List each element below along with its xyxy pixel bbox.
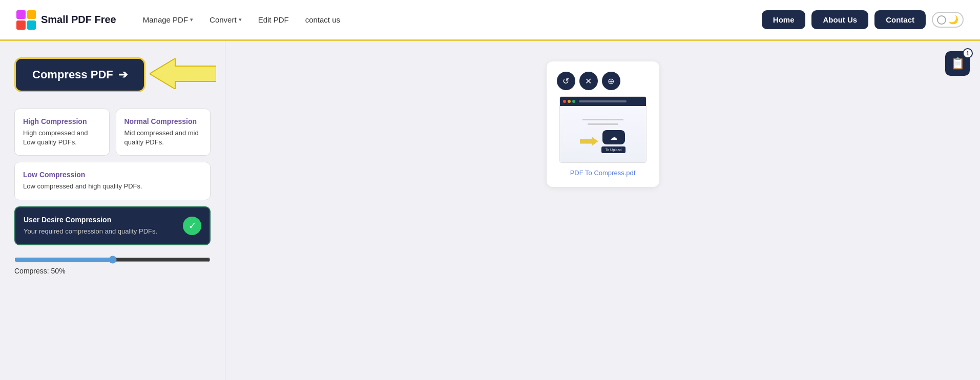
add-button[interactable]: ⊕: [602, 72, 620, 90]
window-dot-red: [563, 100, 566, 103]
pdf-card-actions: ↺ ✕ ⊕: [557, 72, 620, 90]
home-button[interactable]: Home: [762, 10, 806, 29]
arrow-circle-icon: ➔: [118, 68, 128, 81]
main-content: Compress PDF ➔ High Compression High com…: [0, 41, 980, 380]
high-compression-desc: High compressed and Low quality PDFs.: [23, 129, 101, 147]
user-desire-compression-card[interactable]: User Desire Compression Your required co…: [14, 206, 211, 245]
check-circle-icon: ✓: [183, 217, 201, 235]
remove-button[interactable]: ✕: [579, 72, 598, 90]
nav-label-contact-us: contact us: [305, 15, 340, 24]
high-compression-card[interactable]: High Compression High compressed and Low…: [14, 109, 110, 156]
compression-slider-section: Compress: 50%: [14, 256, 211, 275]
toggle-light-icon: [937, 15, 946, 25]
brand-name: Small PDF Free: [41, 14, 116, 26]
logo-cell-1: [16, 10, 26, 19]
normal-compression-card[interactable]: Normal Compression Mid compressed and mi…: [116, 109, 211, 156]
pdf-preview-card: ↺ ✕ ⊕: [547, 61, 659, 187]
compression-slider[interactable]: [14, 256, 211, 264]
chevron-down-icon: ▾: [190, 16, 193, 23]
moon-icon: 🌙: [948, 15, 958, 25]
compression-slider-label: Compress: 50%: [14, 267, 211, 275]
compression-options-grid: High Compression High compressed and Low…: [14, 109, 211, 156]
low-compression-desc: Low compressed and high quality PDFs.: [23, 182, 202, 191]
nav-item-edit-pdf[interactable]: Edit PDF: [252, 11, 295, 28]
thumb-title-bar: [579, 100, 627, 102]
contact-button[interactable]: Contact: [874, 10, 926, 29]
thumb-cloud: ☁: [602, 130, 625, 144]
compress-pdf-button[interactable]: Compress PDF ➔: [14, 57, 145, 92]
window-dot-green: [572, 100, 575, 103]
low-compression-card[interactable]: Low Compression Low compressed and high …: [14, 162, 211, 200]
compress-btn-label: Compress PDF: [32, 68, 113, 81]
thumb-upload-btn: To Upload: [601, 146, 626, 153]
thumb-arrow-icon: [580, 137, 598, 146]
normal-compression-title: Normal Compression: [124, 117, 202, 125]
pdf-thumb-header: [560, 97, 646, 106]
nav-item-contact-us[interactable]: contact us: [299, 11, 346, 28]
logo[interactable]: Small PDF Free: [16, 10, 116, 30]
user-desire-title: User Desire Compression: [24, 216, 157, 224]
nav-item-convert[interactable]: Convert ▾: [203, 11, 248, 28]
nav-label-manage-pdf: Manage PDF: [143, 15, 188, 24]
logo-grid: [16, 10, 36, 30]
nav-label-edit-pdf: Edit PDF: [258, 15, 289, 24]
thumb-line-1: [582, 119, 623, 120]
logo-cell-4: [27, 20, 36, 30]
right-panel: ↺ ✕ ⊕: [225, 41, 980, 380]
pdf-thumb-content: ☁ To Upload: [580, 119, 626, 153]
compress-btn-wrapper: Compress PDF ➔: [14, 57, 211, 92]
notification-badge[interactable]: 📋 1: [945, 51, 970, 76]
chevron-down-icon: ▾: [239, 16, 242, 23]
pdf-thumb-inner: ☁ To Upload: [560, 97, 646, 162]
user-desire-text: User Desire Compression Your required co…: [24, 216, 157, 236]
clipboard-icon[interactable]: 📋 1: [945, 51, 970, 76]
high-compression-title: High Compression: [23, 117, 101, 125]
about-us-button[interactable]: About Us: [811, 10, 868, 29]
navbar: Small PDF Free Manage PDF ▾ Convert ▾ Ed…: [0, 0, 980, 41]
normal-compression-desc: Mid compressed and mid quality PDFs.: [124, 129, 202, 147]
low-compression-title: Low Compression: [23, 171, 202, 179]
nav-item-manage-pdf[interactable]: Manage PDF ▾: [137, 11, 199, 28]
nav-label-convert: Convert: [210, 15, 237, 24]
theme-toggle[interactable]: 🌙: [932, 12, 964, 28]
notification-count: 1: [963, 48, 973, 58]
left-panel: Compress PDF ➔ High Compression High com…: [0, 41, 225, 380]
thumb-line-2: [588, 123, 618, 125]
window-dot-yellow: [568, 100, 571, 103]
svg-marker-0: [150, 58, 216, 89]
refresh-button[interactable]: ↺: [557, 72, 575, 90]
pdf-thumbnail: ☁ To Upload: [559, 96, 647, 163]
user-desire-desc: Your required compression and quality PD…: [24, 227, 157, 236]
navbar-right: Home About Us Contact 🌙: [762, 10, 964, 29]
logo-cell-2: [27, 10, 36, 19]
logo-cell-3: [16, 20, 26, 30]
nav-menu: Manage PDF ▾ Convert ▾ Edit PDF contact …: [137, 11, 762, 28]
arrow-pointer: [150, 58, 216, 91]
pdf-filename: PDF To Compress.pdf: [570, 169, 636, 177]
